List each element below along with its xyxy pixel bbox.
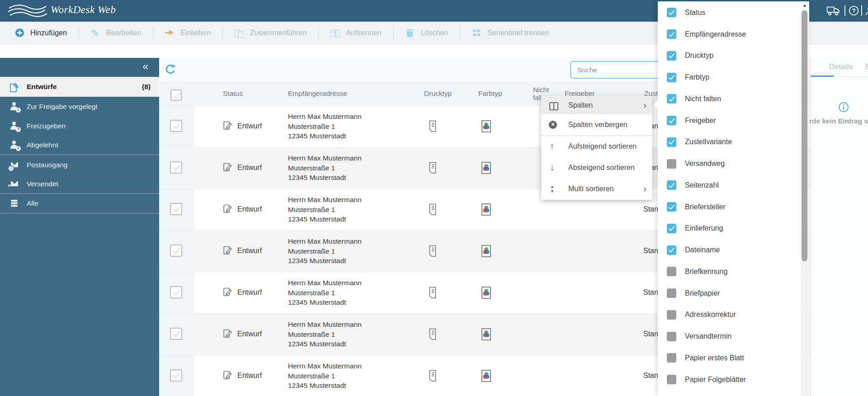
column-toggle-checkbox[interactable] <box>667 180 676 190</box>
column-toggle-checkbox[interactable] <box>667 159 676 169</box>
row-checkbox[interactable] <box>170 161 182 174</box>
print-type-icon <box>427 203 439 218</box>
tab-details[interactable]: Details <box>829 63 853 71</box>
column-toggle-checkbox[interactable] <box>667 8 676 17</box>
column-toggle-checkbox[interactable] <box>667 245 676 255</box>
toolbar-button[interactable]: Serienbrief trennen <box>460 27 561 39</box>
row-checkbox[interactable] <box>170 203 182 215</box>
sidebar-item[interactable]: i Postausgang <box>0 155 159 174</box>
address-line: Herrn Max Mustermann <box>288 196 362 203</box>
column-toggle-item[interactable]: Einlieferung <box>658 218 800 240</box>
column-toggle-label: Versandtermin <box>685 332 731 340</box>
column-toggle-checkbox[interactable] <box>667 51 676 61</box>
column-toggle-checkbox[interactable] <box>667 202 676 212</box>
recipient-address-cell: Herrn Max Mustermann Musterstraße 1 1234… <box>288 320 362 349</box>
column-toggle-item[interactable]: Versandtermin <box>658 325 800 347</box>
column-toggle-checkbox[interactable] <box>667 310 676 320</box>
scrollbar-thumb[interactable] <box>802 10 807 261</box>
sidebar-item[interactable]: « Versendet <box>0 174 159 194</box>
sidebar-item-label: Versendet <box>27 180 58 188</box>
column-toggle-item[interactable]: Zustellvariante <box>658 132 800 153</box>
column-toggle-checkbox[interactable] <box>667 267 676 276</box>
app-title: WorkDesk Web <box>51 4 116 16</box>
toolbar-button[interactable]: Auftrennen <box>318 27 393 39</box>
column-context-menu: Spalten › Spalten verbergen › Aufsteigen… <box>541 96 652 200</box>
address-line: Herrn Max Mustermann <box>288 154 362 162</box>
toolbar-button[interactable]: Hinzufügen <box>15 27 79 39</box>
status-label: Entwurf <box>237 205 262 213</box>
context-menu-item[interactable]: Aufsteigend sortieren › <box>541 136 652 157</box>
context-menu-item[interactable]: Spalten verbergen › <box>541 114 652 136</box>
chevron-right-icon: › <box>643 183 646 194</box>
scroll-up-arrow[interactable]: ▲ <box>801 2 809 9</box>
sidebar-item[interactable]: i Zur Freigabe vorgelegt <box>0 97 159 116</box>
column-toggle-item[interactable]: Adresskorrektur <box>658 304 800 326</box>
refresh-icon[interactable] <box>164 63 177 78</box>
toolbar-button[interactable]: Zusammenführen <box>222 27 318 39</box>
column-toggle-checkbox[interactable] <box>667 288 676 298</box>
tab-clipped[interactable]: P <box>865 63 868 71</box>
column-toggle-item[interactable]: Empfängeradresse <box>658 24 800 45</box>
help-icon[interactable]: ? <box>849 5 859 18</box>
column-toggle-checkbox[interactable] <box>667 116 676 125</box>
column-toggle-checkbox[interactable] <box>667 332 676 341</box>
toolbar-button[interactable]: Löschen <box>393 27 460 39</box>
row-checkbox[interactable] <box>170 328 182 340</box>
column-toggle-item[interactable]: Drucktyp <box>658 45 800 67</box>
column-toggle-checkbox[interactable] <box>667 375 676 384</box>
column-toggle-checkbox[interactable] <box>667 137 676 147</box>
status-label: Entwurf <box>237 164 262 172</box>
column-toggle-item[interactable]: Nicht falten <box>658 88 800 110</box>
column-toggle-label: Seitenzahl <box>685 181 719 189</box>
sidebar-item[interactable]: Alle <box>0 194 159 213</box>
scrollbar-track[interactable] <box>801 9 809 396</box>
column-toggle-item[interactable]: Papier Folgeblätter <box>658 369 800 391</box>
submenu-pointer <box>653 100 658 108</box>
column-toggle-item[interactable]: Papier erstes Blatt <box>658 347 800 369</box>
user-icon[interactable] <box>864 5 868 18</box>
toolbar-button[interactable]: Bearbeiten <box>79 27 153 39</box>
column-toggle-checkbox[interactable] <box>667 29 676 39</box>
column-toggle-item[interactable]: Freigeber <box>658 110 800 132</box>
sidebar-item[interactable]: × Abgelehnt <box>0 136 159 155</box>
column-toggle-item[interactable]: Seitenzahl <box>658 174 800 196</box>
toolbar-button[interactable]: Einliefern <box>153 27 222 39</box>
column-header-status[interactable]: Status <box>223 90 243 98</box>
column-toggle-item[interactable]: Versandweg <box>658 153 800 174</box>
context-menu-item[interactable]: Absteigend sortieren › <box>541 157 652 178</box>
chevron-right-icon: › <box>643 99 646 110</box>
truck-icon[interactable] <box>826 5 841 18</box>
column-toggle-item[interactable]: Farbtyp <box>658 66 800 88</box>
column-toggle-item[interactable]: Zusatzbeilagen <box>658 391 800 396</box>
column-toggle-checkbox[interactable] <box>667 224 676 233</box>
status-label: Entwurf <box>237 372 262 380</box>
columns-visibility-panel: Status Empfängeradresse Drucktyp Farbtyp… <box>658 1 809 396</box>
column-toggle-label: Versandweg <box>685 160 725 168</box>
column-toggle-item[interactable]: Dateiname <box>658 239 800 261</box>
row-checkbox[interactable] <box>170 369 182 382</box>
sidebar-item[interactable]: Entwürfe (8) <box>0 77 159 97</box>
select-all-checkbox[interactable] <box>170 90 182 101</box>
column-toggle-item[interactable]: Briefpapier <box>658 283 800 304</box>
sidebar-item[interactable]: ? Freizugeben <box>0 116 159 136</box>
status-label: Entwurf <box>237 247 262 255</box>
column-toggle-checkbox[interactable] <box>667 353 676 363</box>
context-menu-item[interactable]: Spalten › <box>541 96 652 114</box>
column-toggle-item[interactable]: Briefkennung <box>658 261 800 283</box>
row-checkbox-cell <box>170 328 182 342</box>
row-checkbox-cell <box>170 161 182 175</box>
row-checkbox[interactable] <box>170 245 182 257</box>
column-header-drucktyp[interactable]: Drucktyp <box>424 90 452 98</box>
row-checkbox[interactable] <box>170 120 182 132</box>
column-toggle-item[interactable]: Briefersteller <box>658 196 800 218</box>
row-checkbox[interactable] <box>170 286 182 298</box>
column-header-empfaengeradresse[interactable]: Empfängeradresse <box>288 90 347 98</box>
column-toggle-item[interactable]: Status <box>658 2 800 24</box>
column-toggle-checkbox[interactable] <box>667 94 676 104</box>
context-menu-item[interactable]: Multi sortieren › <box>541 178 652 199</box>
sidebar-collapse-button[interactable]: « <box>142 61 148 73</box>
sidebar-item-icon: i <box>10 102 19 111</box>
column-header-farbtyp[interactable]: Farbtyp <box>478 90 502 98</box>
column-toggle-checkbox[interactable] <box>667 73 676 82</box>
context-menu-item-label: Aufsteigend sortieren <box>568 142 637 151</box>
